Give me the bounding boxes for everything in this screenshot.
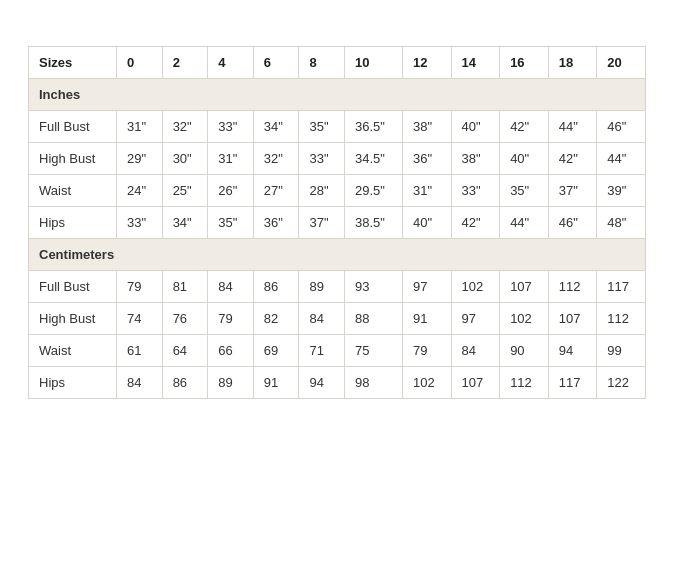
cell-value: 37" [548, 175, 597, 207]
cell-value: 90 [500, 335, 549, 367]
cell-value: 81 [162, 271, 208, 303]
cell-value: 33" [299, 143, 345, 175]
cell-value: 98 [345, 367, 403, 399]
cell-value: 102 [402, 367, 451, 399]
cell-value: 44" [500, 207, 549, 239]
cell-value: 42" [451, 207, 500, 239]
cell-value: 42" [548, 143, 597, 175]
cell-value: 102 [451, 271, 500, 303]
cell-value: 38" [451, 143, 500, 175]
cell-value: 91 [402, 303, 451, 335]
row-label-full-bust: Full Bust [29, 271, 117, 303]
cell-value: 64 [162, 335, 208, 367]
cell-value: 112 [597, 303, 646, 335]
cell-value: 86 [253, 271, 299, 303]
col-header-size-4: 4 [208, 47, 254, 79]
cell-value: 89 [208, 367, 254, 399]
cell-value: 82 [253, 303, 299, 335]
cell-value: 122 [597, 367, 646, 399]
cell-value: 46" [548, 207, 597, 239]
cell-value: 93 [345, 271, 403, 303]
col-header-size-12: 12 [402, 47, 451, 79]
cell-value: 31" [117, 111, 163, 143]
col-header-label: Sizes [29, 47, 117, 79]
cell-value: 39" [597, 175, 646, 207]
table-row: Hips848689919498102107112117122 [29, 367, 646, 399]
cell-value: 34" [253, 111, 299, 143]
cell-value: 107 [451, 367, 500, 399]
cell-value: 33" [451, 175, 500, 207]
table-row: Full Bust31"32"33"34"35"36.5"38"40"42"44… [29, 111, 646, 143]
row-label-waist: Waist [29, 335, 117, 367]
cell-value: 35" [500, 175, 549, 207]
cell-value: 84 [299, 303, 345, 335]
cell-value: 79 [117, 271, 163, 303]
section-header-centimeters: Centimeters [29, 239, 646, 271]
col-header-size-18: 18 [548, 47, 597, 79]
cell-value: 36.5" [345, 111, 403, 143]
table-row: High Bust29"30"31"32"33"34.5"36"38"40"42… [29, 143, 646, 175]
cell-value: 107 [548, 303, 597, 335]
section-label: Inches [29, 79, 646, 111]
cell-value: 36" [402, 143, 451, 175]
cell-value: 37" [299, 207, 345, 239]
table-row: Waist6164666971757984909499 [29, 335, 646, 367]
cell-value: 42" [500, 111, 549, 143]
cell-value: 84 [451, 335, 500, 367]
cell-value: 94 [299, 367, 345, 399]
cell-value: 76 [162, 303, 208, 335]
cell-value: 35" [208, 207, 254, 239]
table-header-row: Sizes02468101214161820 [29, 47, 646, 79]
cell-value: 117 [548, 367, 597, 399]
row-label-waist: Waist [29, 175, 117, 207]
col-header-size-0: 0 [117, 47, 163, 79]
cell-value: 102 [500, 303, 549, 335]
table-row: High Bust7476798284889197102107112 [29, 303, 646, 335]
cell-value: 25" [162, 175, 208, 207]
cell-value: 35" [299, 111, 345, 143]
cell-value: 32" [253, 143, 299, 175]
cell-value: 79 [402, 335, 451, 367]
cell-value: 27" [253, 175, 299, 207]
col-header-size-20: 20 [597, 47, 646, 79]
cell-value: 94 [548, 335, 597, 367]
col-header-size-14: 14 [451, 47, 500, 79]
cell-value: 31" [402, 175, 451, 207]
row-label-hips: Hips [29, 367, 117, 399]
cell-value: 40" [500, 143, 549, 175]
section-label: Centimeters [29, 239, 646, 271]
cell-value: 79 [208, 303, 254, 335]
cell-value: 24" [117, 175, 163, 207]
cell-value: 33" [208, 111, 254, 143]
col-header-size-6: 6 [253, 47, 299, 79]
cell-value: 112 [548, 271, 597, 303]
cell-value: 97 [402, 271, 451, 303]
size-chart: Sizes02468101214161820 InchesFull Bust31… [28, 46, 646, 399]
col-header-size-8: 8 [299, 47, 345, 79]
cell-value: 66 [208, 335, 254, 367]
cell-value: 69 [253, 335, 299, 367]
cell-value: 46" [597, 111, 646, 143]
cell-value: 32" [162, 111, 208, 143]
cell-value: 99 [597, 335, 646, 367]
cell-value: 84 [117, 367, 163, 399]
cell-value: 61 [117, 335, 163, 367]
row-label-high-bust: High Bust [29, 143, 117, 175]
cell-value: 91 [253, 367, 299, 399]
cell-value: 117 [597, 271, 646, 303]
cell-value: 31" [208, 143, 254, 175]
cell-value: 40" [451, 111, 500, 143]
cell-value: 44" [597, 143, 646, 175]
col-header-size-16: 16 [500, 47, 549, 79]
cell-value: 29.5" [345, 175, 403, 207]
cell-value: 86 [162, 367, 208, 399]
row-label-high-bust: High Bust [29, 303, 117, 335]
col-header-size-10: 10 [345, 47, 403, 79]
cell-value: 88 [345, 303, 403, 335]
section-header-inches: Inches [29, 79, 646, 111]
cell-value: 29" [117, 143, 163, 175]
cell-value: 84 [208, 271, 254, 303]
cell-value: 28" [299, 175, 345, 207]
cell-value: 71 [299, 335, 345, 367]
cell-value: 33" [117, 207, 163, 239]
